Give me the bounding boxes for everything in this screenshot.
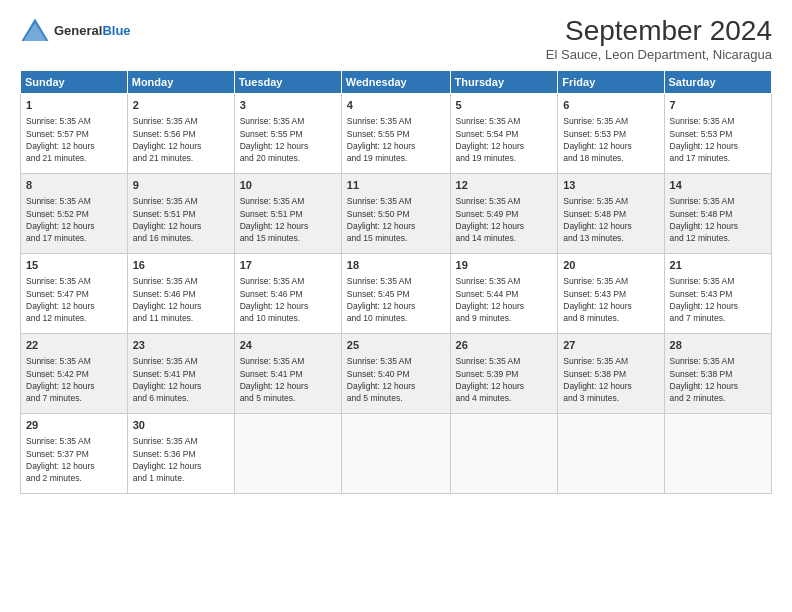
day-number: 11 [347, 178, 445, 193]
day-info: Sunrise: 5:35 AMSunset: 5:54 PMDaylight:… [456, 115, 553, 164]
day-number: 5 [456, 98, 553, 113]
day-info: Sunrise: 5:35 AMSunset: 5:51 PMDaylight:… [240, 195, 336, 244]
col-saturday: Saturday [664, 71, 771, 94]
title-block: September 2024 El Sauce, Leon Department… [546, 15, 772, 62]
table-row: 21Sunrise: 5:35 AMSunset: 5:43 PMDayligh… [664, 254, 771, 334]
table-row: 6Sunrise: 5:35 AMSunset: 5:53 PMDaylight… [558, 94, 664, 174]
day-info: Sunrise: 5:35 AMSunset: 5:55 PMDaylight:… [347, 115, 445, 164]
calendar-week-4: 22Sunrise: 5:35 AMSunset: 5:42 PMDayligh… [21, 334, 772, 414]
day-number: 9 [133, 178, 229, 193]
table-row: 23Sunrise: 5:35 AMSunset: 5:41 PMDayligh… [127, 334, 234, 414]
table-row [664, 414, 771, 494]
table-row: 25Sunrise: 5:35 AMSunset: 5:40 PMDayligh… [341, 334, 450, 414]
table-row [341, 414, 450, 494]
day-info: Sunrise: 5:35 AMSunset: 5:39 PMDaylight:… [456, 355, 553, 404]
day-number: 15 [26, 258, 122, 273]
page-header: GeneralBlue September 2024 El Sauce, Leo… [20, 15, 772, 62]
header-row: Sunday Monday Tuesday Wednesday Thursday… [21, 71, 772, 94]
calendar-week-2: 8Sunrise: 5:35 AMSunset: 5:52 PMDaylight… [21, 174, 772, 254]
table-row: 27Sunrise: 5:35 AMSunset: 5:38 PMDayligh… [558, 334, 664, 414]
day-number: 6 [563, 98, 658, 113]
day-info: Sunrise: 5:35 AMSunset: 5:37 PMDaylight:… [26, 435, 122, 484]
table-row [450, 414, 558, 494]
day-number: 19 [456, 258, 553, 273]
table-row: 22Sunrise: 5:35 AMSunset: 5:42 PMDayligh… [21, 334, 128, 414]
day-number: 27 [563, 338, 658, 353]
calendar-table: Sunday Monday Tuesday Wednesday Thursday… [20, 70, 772, 494]
month-title: September 2024 [546, 15, 772, 47]
logo-text: GeneralBlue [54, 23, 131, 38]
table-row [234, 414, 341, 494]
day-info: Sunrise: 5:35 AMSunset: 5:44 PMDaylight:… [456, 275, 553, 324]
table-row: 8Sunrise: 5:35 AMSunset: 5:52 PMDaylight… [21, 174, 128, 254]
table-row: 7Sunrise: 5:35 AMSunset: 5:53 PMDaylight… [664, 94, 771, 174]
day-info: Sunrise: 5:35 AMSunset: 5:53 PMDaylight:… [670, 115, 766, 164]
day-info: Sunrise: 5:35 AMSunset: 5:46 PMDaylight:… [133, 275, 229, 324]
day-number: 24 [240, 338, 336, 353]
day-number: 7 [670, 98, 766, 113]
day-number: 18 [347, 258, 445, 273]
day-info: Sunrise: 5:35 AMSunset: 5:36 PMDaylight:… [133, 435, 229, 484]
day-number: 10 [240, 178, 336, 193]
col-monday: Monday [127, 71, 234, 94]
table-row: 28Sunrise: 5:35 AMSunset: 5:38 PMDayligh… [664, 334, 771, 414]
day-number: 16 [133, 258, 229, 273]
day-number: 2 [133, 98, 229, 113]
day-number: 30 [133, 418, 229, 433]
day-info: Sunrise: 5:35 AMSunset: 5:48 PMDaylight:… [670, 195, 766, 244]
col-sunday: Sunday [21, 71, 128, 94]
day-info: Sunrise: 5:35 AMSunset: 5:47 PMDaylight:… [26, 275, 122, 324]
location: El Sauce, Leon Department, Nicaragua [546, 47, 772, 62]
day-info: Sunrise: 5:35 AMSunset: 5:57 PMDaylight:… [26, 115, 122, 164]
table-row: 5Sunrise: 5:35 AMSunset: 5:54 PMDaylight… [450, 94, 558, 174]
day-info: Sunrise: 5:35 AMSunset: 5:51 PMDaylight:… [133, 195, 229, 244]
day-number: 12 [456, 178, 553, 193]
day-info: Sunrise: 5:35 AMSunset: 5:42 PMDaylight:… [26, 355, 122, 404]
day-info: Sunrise: 5:35 AMSunset: 5:38 PMDaylight:… [670, 355, 766, 404]
day-number: 3 [240, 98, 336, 113]
table-row: 19Sunrise: 5:35 AMSunset: 5:44 PMDayligh… [450, 254, 558, 334]
table-row: 13Sunrise: 5:35 AMSunset: 5:48 PMDayligh… [558, 174, 664, 254]
table-row: 29Sunrise: 5:35 AMSunset: 5:37 PMDayligh… [21, 414, 128, 494]
table-row: 14Sunrise: 5:35 AMSunset: 5:48 PMDayligh… [664, 174, 771, 254]
day-number: 29 [26, 418, 122, 433]
day-number: 20 [563, 258, 658, 273]
day-info: Sunrise: 5:35 AMSunset: 5:52 PMDaylight:… [26, 195, 122, 244]
day-number: 14 [670, 178, 766, 193]
table-row: 9Sunrise: 5:35 AMSunset: 5:51 PMDaylight… [127, 174, 234, 254]
day-number: 13 [563, 178, 658, 193]
day-info: Sunrise: 5:35 AMSunset: 5:40 PMDaylight:… [347, 355, 445, 404]
day-number: 26 [456, 338, 553, 353]
day-info: Sunrise: 5:35 AMSunset: 5:48 PMDaylight:… [563, 195, 658, 244]
table-row: 24Sunrise: 5:35 AMSunset: 5:41 PMDayligh… [234, 334, 341, 414]
table-row: 30Sunrise: 5:35 AMSunset: 5:36 PMDayligh… [127, 414, 234, 494]
table-row: 11Sunrise: 5:35 AMSunset: 5:50 PMDayligh… [341, 174, 450, 254]
day-info: Sunrise: 5:35 AMSunset: 5:38 PMDaylight:… [563, 355, 658, 404]
table-row: 12Sunrise: 5:35 AMSunset: 5:49 PMDayligh… [450, 174, 558, 254]
logo-icon [20, 15, 50, 45]
day-info: Sunrise: 5:35 AMSunset: 5:49 PMDaylight:… [456, 195, 553, 244]
day-info: Sunrise: 5:35 AMSunset: 5:46 PMDaylight:… [240, 275, 336, 324]
table-row: 18Sunrise: 5:35 AMSunset: 5:45 PMDayligh… [341, 254, 450, 334]
day-info: Sunrise: 5:35 AMSunset: 5:43 PMDaylight:… [670, 275, 766, 324]
day-info: Sunrise: 5:35 AMSunset: 5:53 PMDaylight:… [563, 115, 658, 164]
day-info: Sunrise: 5:35 AMSunset: 5:41 PMDaylight:… [240, 355, 336, 404]
day-number: 22 [26, 338, 122, 353]
day-info: Sunrise: 5:35 AMSunset: 5:55 PMDaylight:… [240, 115, 336, 164]
table-row: 15Sunrise: 5:35 AMSunset: 5:47 PMDayligh… [21, 254, 128, 334]
day-info: Sunrise: 5:35 AMSunset: 5:45 PMDaylight:… [347, 275, 445, 324]
table-row: 4Sunrise: 5:35 AMSunset: 5:55 PMDaylight… [341, 94, 450, 174]
day-number: 23 [133, 338, 229, 353]
table-row: 16Sunrise: 5:35 AMSunset: 5:46 PMDayligh… [127, 254, 234, 334]
day-info: Sunrise: 5:35 AMSunset: 5:43 PMDaylight:… [563, 275, 658, 324]
calendar-page: GeneralBlue September 2024 El Sauce, Leo… [0, 0, 792, 612]
day-info: Sunrise: 5:35 AMSunset: 5:56 PMDaylight:… [133, 115, 229, 164]
col-tuesday: Tuesday [234, 71, 341, 94]
table-row [558, 414, 664, 494]
day-number: 21 [670, 258, 766, 273]
day-info: Sunrise: 5:35 AMSunset: 5:50 PMDaylight:… [347, 195, 445, 244]
calendar-week-3: 15Sunrise: 5:35 AMSunset: 5:47 PMDayligh… [21, 254, 772, 334]
table-row: 1Sunrise: 5:35 AMSunset: 5:57 PMDaylight… [21, 94, 128, 174]
table-row: 10Sunrise: 5:35 AMSunset: 5:51 PMDayligh… [234, 174, 341, 254]
calendar-week-5: 29Sunrise: 5:35 AMSunset: 5:37 PMDayligh… [21, 414, 772, 494]
